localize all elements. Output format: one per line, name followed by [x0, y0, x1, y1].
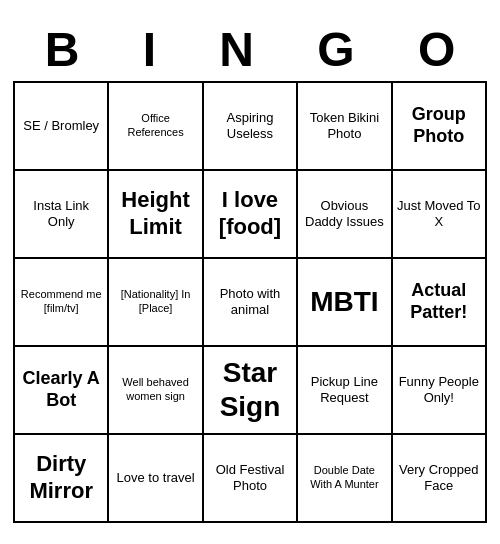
letter-o: O [418, 22, 455, 77]
bingo-cell-14: Actual Patter! [393, 259, 487, 347]
bingo-cell-3: Token Bikini Photo [298, 83, 392, 171]
bingo-cell-18: Pickup Line Request [298, 347, 392, 435]
bingo-cell-23: Double Date With A Munter [298, 435, 392, 523]
bingo-cell-10: Recommend me [film/tv] [15, 259, 109, 347]
bingo-cell-8: Obvious Daddy Issues [298, 171, 392, 259]
bingo-cell-21: Love to travel [109, 435, 203, 523]
bingo-cell-text-17: Star Sign [208, 356, 292, 423]
bingo-card: B I N G O SE / BromleyOffice ReferencesA… [5, 14, 495, 531]
bingo-cell-16: Well behaved women sign [109, 347, 203, 435]
bingo-grid: SE / BromleyOffice ReferencesAspiring Us… [13, 81, 487, 523]
bingo-cell-text-24: Very Cropped Face [397, 462, 481, 493]
bingo-cell-text-11: [Nationality] In [Place] [113, 288, 197, 314]
bingo-cell-text-15: Clearly A Bot [19, 368, 103, 411]
bingo-cell-text-21: Love to travel [117, 470, 195, 486]
bingo-cell-11: [Nationality] In [Place] [109, 259, 203, 347]
bingo-title: B I N G O [13, 22, 487, 77]
bingo-cell-text-5: Insta Link Only [19, 198, 103, 229]
bingo-cell-text-23: Double Date With A Munter [302, 464, 386, 490]
letter-g: G [317, 22, 354, 77]
bingo-cell-text-9: Just Moved To X [397, 198, 481, 229]
bingo-cell-text-19: Funny People Only! [397, 374, 481, 405]
bingo-cell-0: SE / Bromley [15, 83, 109, 171]
bingo-cell-text-0: SE / Bromley [23, 118, 99, 134]
bingo-cell-13: MBTI [298, 259, 392, 347]
bingo-cell-17: Star Sign [204, 347, 298, 435]
bingo-cell-text-8: Obvious Daddy Issues [302, 198, 386, 229]
bingo-cell-7: I love [food] [204, 171, 298, 259]
bingo-cell-15: Clearly A Bot [15, 347, 109, 435]
bingo-cell-20: Dirty Mirror [15, 435, 109, 523]
bingo-cell-text-18: Pickup Line Request [302, 374, 386, 405]
bingo-cell-6: Height Limit [109, 171, 203, 259]
bingo-cell-text-7: I love [food] [208, 187, 292, 240]
bingo-cell-text-13: MBTI [310, 285, 378, 319]
bingo-cell-9: Just Moved To X [393, 171, 487, 259]
bingo-cell-text-1: Office References [113, 112, 197, 138]
bingo-cell-12: Photo with animal [204, 259, 298, 347]
bingo-cell-text-10: Recommend me [film/tv] [19, 288, 103, 314]
bingo-cell-text-6: Height Limit [113, 187, 197, 240]
bingo-cell-text-12: Photo with animal [208, 286, 292, 317]
bingo-cell-22: Old Festival Photo [204, 435, 298, 523]
bingo-cell-text-22: Old Festival Photo [208, 462, 292, 493]
bingo-cell-5: Insta Link Only [15, 171, 109, 259]
letter-b: B [45, 22, 80, 77]
bingo-cell-1: Office References [109, 83, 203, 171]
bingo-cell-text-20: Dirty Mirror [19, 451, 103, 504]
letter-i: I [143, 22, 156, 77]
bingo-cell-2: Aspiring Useless [204, 83, 298, 171]
bingo-cell-text-14: Actual Patter! [397, 280, 481, 323]
bingo-cell-4: Group Photo [393, 83, 487, 171]
letter-n: N [219, 22, 254, 77]
bingo-cell-text-4: Group Photo [397, 104, 481, 147]
bingo-cell-19: Funny People Only! [393, 347, 487, 435]
bingo-cell-text-16: Well behaved women sign [113, 376, 197, 402]
bingo-cell-text-2: Aspiring Useless [208, 110, 292, 141]
bingo-cell-24: Very Cropped Face [393, 435, 487, 523]
bingo-cell-text-3: Token Bikini Photo [302, 110, 386, 141]
